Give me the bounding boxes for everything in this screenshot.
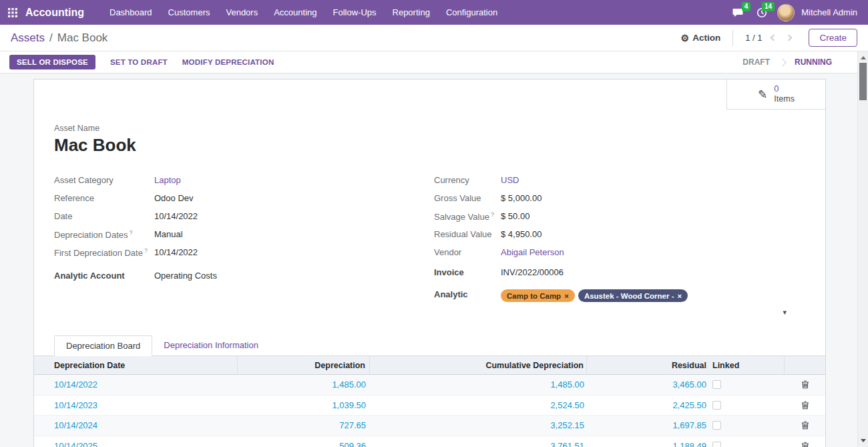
items-stat-button[interactable]: ✎ 0 Items xyxy=(726,80,825,110)
field-first-depreciation-date: First Depreciation Date? 10/14/2022 xyxy=(54,244,425,262)
reference-value[interactable]: Odoo Dev xyxy=(154,193,194,203)
column-depreciation-date[interactable]: Depreciation Date xyxy=(34,356,238,374)
field-label: Analytic Account xyxy=(54,271,154,281)
notebook-tabs: Depreciation Board Depreciation Informat… xyxy=(34,335,825,356)
asset-name-value[interactable]: Mac Book xyxy=(54,135,805,156)
set-to-draft-button[interactable]: SET TO DRAFT xyxy=(110,58,168,66)
depreciation-dates-value[interactable]: Manual xyxy=(154,229,183,239)
field-label: Date xyxy=(54,211,154,221)
field-analytic-account: Analytic Account Operating Costs xyxy=(54,267,425,285)
action-menu-button[interactable]: ⚙ Action xyxy=(681,33,721,43)
residual-value[interactable]: $ 4,950.00 xyxy=(501,229,541,239)
menu-accounting[interactable]: Accounting xyxy=(266,0,324,25)
menu-vendors[interactable]: Vendors xyxy=(218,0,266,25)
salvage-value[interactable]: $ 50.00 xyxy=(501,211,529,221)
table-row[interactable]: 10/14/2023 1,039.50 2,524.50 2,425.50 xyxy=(34,396,825,416)
vendor-link[interactable]: Abigail Peterson xyxy=(501,247,564,257)
cell-date[interactable]: 10/14/2025 xyxy=(34,436,238,447)
cell-date[interactable]: 10/14/2023 xyxy=(34,396,238,416)
state-running[interactable]: RUNNING xyxy=(785,57,841,67)
form-status-bar: SELL OR DISPOSE SET TO DRAFT MODIFY DEPR… xyxy=(0,51,857,73)
menu-configuration[interactable]: Configuration xyxy=(438,0,505,25)
pager-previous-icon[interactable] xyxy=(771,35,777,41)
delete-row-button[interactable] xyxy=(800,400,811,411)
cell-residual[interactable]: 2,425.50 xyxy=(587,396,708,416)
cell-cumulative[interactable]: 3,761.51 xyxy=(370,436,587,447)
scroll-down-icon[interactable] xyxy=(861,439,866,442)
field-reference: Reference Odoo Dev xyxy=(54,190,425,208)
field-date: Date 10/14/2022 xyxy=(54,208,425,226)
help-icon: ? xyxy=(144,247,148,254)
menu-reporting[interactable]: Reporting xyxy=(385,0,438,25)
menu-customers[interactable]: Customers xyxy=(160,0,218,25)
cell-residual[interactable]: 1,188.49 xyxy=(587,436,708,447)
activities-badge: 14 xyxy=(762,2,775,11)
column-actions xyxy=(785,356,825,374)
cell-depreciation[interactable]: 727.65 xyxy=(238,416,370,436)
vertical-scrollbar[interactable] xyxy=(857,51,868,447)
messages-badge: 4 xyxy=(742,2,751,11)
activities-clock-icon[interactable]: 14 xyxy=(753,5,771,21)
scrollbar-thumb[interactable] xyxy=(859,63,867,100)
linked-checkbox[interactable] xyxy=(712,421,721,430)
field-analytic-tags: Analytic Camp to Camp × Asustek - Wood C… xyxy=(434,286,805,305)
date-value[interactable]: 10/14/2022 xyxy=(154,211,198,221)
column-cumulative-depreciation[interactable]: Cumulative Depreciation xyxy=(370,356,587,374)
state-draft[interactable]: DRAFT xyxy=(733,57,779,67)
tag-remove-icon[interactable]: × xyxy=(677,292,682,300)
pager-next-icon[interactable] xyxy=(786,35,793,41)
menu-dashboard[interactable]: Dashboard xyxy=(101,0,160,25)
breadcrumb-current: Mac Book xyxy=(57,31,108,45)
cell-date[interactable]: 10/14/2022 xyxy=(34,375,238,395)
user-avatar[interactable] xyxy=(777,4,795,21)
invoice-value[interactable]: INV/2022/00006 xyxy=(501,267,564,277)
cell-depreciation[interactable]: 1,485.00 xyxy=(238,375,370,395)
cell-depreciation[interactable]: 509.36 xyxy=(238,436,370,447)
field-residual-value: Residual Value $ 4,950.00 xyxy=(434,226,805,244)
apps-grid-icon[interactable] xyxy=(8,8,17,17)
cell-depreciation[interactable]: 1,039.50 xyxy=(238,396,370,416)
tab-depreciation-information[interactable]: Depreciation Information xyxy=(152,335,270,355)
tag-asustek-wood-corner[interactable]: Asustek - Wood Corner - × xyxy=(578,289,688,302)
tag-camp-to-camp[interactable]: Camp to Camp × xyxy=(501,289,575,302)
app-name[interactable]: Accounting xyxy=(25,7,84,19)
currency-link[interactable]: USD xyxy=(501,175,519,185)
field-label: Invoice xyxy=(434,267,501,277)
cell-cumulative[interactable]: 2,524.50 xyxy=(370,396,587,416)
linked-checkbox[interactable] xyxy=(712,401,721,410)
column-depreciation[interactable]: Depreciation xyxy=(238,356,370,374)
tag-remove-icon[interactable]: × xyxy=(564,292,569,300)
delete-row-button[interactable] xyxy=(800,379,811,390)
delete-row-button[interactable] xyxy=(800,440,811,447)
cell-residual[interactable]: 1,697.85 xyxy=(587,416,708,436)
user-name[interactable]: Mitchell Admin xyxy=(801,7,857,17)
scroll-up-icon[interactable] xyxy=(861,56,866,59)
menu-follow-ups[interactable]: Follow-Ups xyxy=(325,0,385,25)
linked-checkbox[interactable] xyxy=(712,442,721,447)
field-invoice: Invoice INV/2022/00006 xyxy=(434,264,805,282)
table-row[interactable]: 10/14/2024 727.65 3,252.15 1,697.85 xyxy=(34,416,825,436)
column-residual[interactable]: Residual xyxy=(587,356,708,374)
cell-cumulative[interactable]: 3,252.15 xyxy=(370,416,587,436)
first-depreciation-date-value[interactable]: 10/14/2022 xyxy=(154,247,198,257)
breadcrumb-assets-link[interactable]: Assets xyxy=(11,31,45,45)
tab-depreciation-board[interactable]: Depreciation Board xyxy=(54,335,152,356)
delete-row-button[interactable] xyxy=(800,420,811,431)
messages-icon[interactable]: 4 xyxy=(729,5,746,21)
cell-cumulative[interactable]: 1,485.00 xyxy=(370,375,587,395)
analytic-account-value[interactable]: Operating Costs xyxy=(154,271,217,281)
table-row[interactable]: 10/14/2025 509.36 3,761.51 1,188.49 xyxy=(34,436,825,447)
create-button[interactable]: Create xyxy=(809,29,857,47)
modify-depreciation-button[interactable]: MODIFY DEPRECIATION xyxy=(182,58,274,66)
gross-value[interactable]: $ 5,000.00 xyxy=(501,193,541,203)
column-linked[interactable]: Linked xyxy=(708,356,785,374)
cell-residual[interactable]: 3,465.00 xyxy=(587,375,708,395)
sell-or-dispose-button[interactable]: SELL OR DISPOSE xyxy=(9,55,95,69)
table-row[interactable]: 10/14/2022 1,485.00 1,485.00 3,465.00 xyxy=(34,375,825,396)
asset-category-link[interactable]: Laptop xyxy=(154,175,181,185)
help-icon: ? xyxy=(130,229,133,236)
field-label: Analytic xyxy=(434,289,501,299)
linked-checkbox[interactable] xyxy=(712,380,721,389)
cell-date[interactable]: 10/14/2024 xyxy=(34,416,238,436)
chevron-down-icon[interactable]: ▾ xyxy=(783,308,787,316)
